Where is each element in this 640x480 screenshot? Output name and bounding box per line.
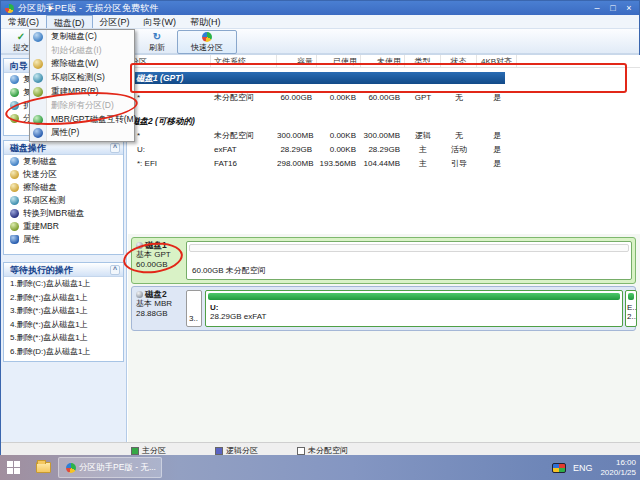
disk1-segment-label: 60.00GB 未分配空间: [192, 265, 266, 276]
sidebar-item-quick-partition[interactable]: 快速分区: [4, 168, 123, 181]
table-row-disk2-efi[interactable]: *: EFI FAT16 298.00MB 193.56MB 104.44MB …: [128, 157, 640, 170]
wipe-disk-icon: [33, 59, 43, 69]
table-row-disk2-u-drive[interactable]: U: exFAT 28.29GB 0.00KB 28.29GB 主 活动 是: [128, 143, 640, 156]
convert-to-mbr-icon: [10, 209, 19, 218]
taskbar-app-button[interactable]: 分区助手PE版 - 无...: [58, 457, 162, 478]
menu-wizard[interactable]: 向导(W): [137, 15, 184, 28]
copy-disk-icon: [33, 32, 43, 42]
menu-disk[interactable]: 磁盘(D): [46, 15, 93, 28]
col-type[interactable]: 类型: [405, 55, 441, 67]
menu-partition[interactable]: 分区(P): [93, 15, 137, 28]
disk2-u-drive-segment[interactable]: U: 28.29GB exFAT: [205, 290, 623, 327]
col-partition[interactable]: 分区: [128, 55, 211, 67]
sidebar-item-bad-sector-test[interactable]: 坏扇区检测: [4, 194, 123, 207]
collapse-icon[interactable]: ^: [110, 265, 120, 275]
pending-operation-2[interactable]: 2.删除(*:)盘从磁盘1上: [4, 291, 123, 305]
sidebar-item-copy-disk[interactable]: 复制磁盘: [4, 155, 123, 168]
disk-map-area: 磁盘1 基本 GPT 60.00GB 60.00GB 未分配空间 磁盘2 基本 …: [128, 234, 640, 442]
maximize-button[interactable]: □: [605, 1, 621, 15]
menu-item-mbr-gpt-convert[interactable]: MBR/GPT磁盘互转(M): [30, 113, 134, 127]
menu-item-properties[interactable]: 属性(P): [30, 127, 134, 141]
collapse-icon[interactable]: ^: [110, 143, 120, 153]
sidebar-item-wipe-disk[interactable]: 擦除磁盘: [4, 181, 123, 194]
copy-disk-wizard-icon: [10, 75, 19, 84]
primary-partition-strip: [628, 293, 634, 300]
pending-operation-5[interactable]: 5.删除(*:)盘从磁盘1上: [4, 331, 123, 345]
primary-partition-strip: [208, 293, 620, 300]
language-indicator[interactable]: ENG: [573, 463, 593, 473]
file-explorer-icon[interactable]: [36, 462, 51, 473]
disk2-seg3-info: 2..: [627, 312, 636, 321]
menu-general[interactable]: 常规(G): [1, 15, 46, 28]
unallocated-swatch: [297, 447, 305, 455]
quick-partition-button[interactable]: 快速分区: [177, 30, 237, 54]
menu-item-initialize-disk: 初始化磁盘(I): [30, 44, 134, 58]
disk2-bus: 基本 MBR: [136, 299, 186, 309]
disk2-group-row[interactable]: 磁盘2 (可移动的): [128, 115, 640, 128]
table-row-disk2-unallocated[interactable]: * 未分配空间 300.00MB 0.00KB 300.00MB 逻辑 无 是: [128, 129, 640, 142]
pending-operation-4[interactable]: 4.删除(*:)盘从磁盘1上: [4, 318, 123, 332]
properties-icon: [10, 235, 19, 244]
logical-partition-swatch: [215, 447, 223, 455]
input-method-icon[interactable]: [552, 463, 566, 473]
sidebar-item-convert-to-mbr[interactable]: 转换到MBR磁盘: [4, 207, 123, 220]
disk1-unallocated-segment[interactable]: 60.00GB 未分配空间: [186, 241, 632, 280]
menu-item-copy-disk[interactable]: 复制磁盘(C): [30, 30, 134, 44]
table-header-row: 分区 文件系统 容量 已使用 未使用 类型 状态 4KB对齐: [128, 55, 640, 68]
sidebar-item-properties[interactable]: 属性: [4, 233, 123, 246]
col-filesystem[interactable]: 文件系统: [211, 55, 277, 67]
pending-operation-6[interactable]: 6.删除(D:)盘从磁盘1上: [4, 345, 123, 359]
clock[interactable]: 16:00 2020/1/25: [600, 458, 636, 477]
partition-recovery-wizard-icon: [10, 114, 19, 123]
disk1-panel[interactable]: 磁盘1 基本 GPT 60.00GB 60.00GB 未分配空间: [131, 237, 636, 284]
disk2-seg2-drive: U:: [210, 303, 218, 312]
pending-operation-3[interactable]: 3.删除(*:)盘从磁盘1上: [4, 304, 123, 318]
disk1-size: 60.00GB: [136, 260, 186, 270]
menu-item-wipe-disk[interactable]: 擦除磁盘(W): [30, 58, 134, 72]
extend-partition-wizard-icon: [10, 101, 19, 110]
app-window: 分区助手PE版 - 无损分区免费软件 ▲ – □ × 常规(G) 磁盘(D) 分…: [0, 0, 640, 455]
disk1-group-row-selected[interactable]: 磁盘1 (GPT): [133, 72, 505, 84]
minimize-button[interactable]: –: [589, 1, 605, 15]
disk2-panel[interactable]: 磁盘2 基本 MBR 28.88GB 3.. U: 28.29GB exFAT …: [131, 286, 636, 331]
start-button[interactable]: [7, 461, 20, 474]
disk2-size: 28.88GB: [136, 309, 186, 319]
close-button[interactable]: ×: [621, 1, 637, 15]
refresh-button[interactable]: ↻ 刷新: [141, 30, 173, 54]
sidebar-item-rebuild-mbr[interactable]: 重建MBR: [4, 220, 123, 233]
col-unused[interactable]: 未使用: [361, 55, 405, 67]
disk-icon: [136, 242, 143, 249]
disk2-efi-segment[interactable]: E.. 2..: [625, 290, 637, 327]
disk2-seg2-info: 28.29GB exFAT: [210, 312, 266, 321]
disk1-name: 磁盘1: [145, 240, 167, 250]
copy-partition-wizard-icon: [10, 88, 19, 97]
table-row-disk1-unallocated[interactable]: * 未分配空间 60.00GB 0.00KB 60.00GB GPT 无 是: [128, 91, 640, 104]
copy-disk-icon: [10, 157, 19, 166]
properties-icon: [33, 128, 43, 138]
menu-help[interactable]: 帮助(H): [183, 15, 228, 28]
taskbar: 分区助手PE版 - 无... ENG 16:00 2020/1/25: [0, 455, 640, 480]
col-status[interactable]: 状态: [441, 55, 477, 67]
date: 2020/1/25: [600, 468, 636, 478]
pending-operation-1[interactable]: 1.删除(C:)盘从磁盘1上: [4, 277, 123, 291]
col-4k-aligned[interactable]: 4KB对齐: [477, 55, 517, 67]
menu-item-delete-all-partitions: 删除所有分区(D): [30, 99, 134, 113]
app-logo-icon: [66, 463, 76, 473]
col-used[interactable]: 已使用: [317, 55, 361, 67]
disk2-name: 磁盘2: [145, 289, 167, 299]
menu-item-rebuild-mbr[interactable]: 重建MBR(R): [30, 85, 134, 99]
disk1-bus: 基本 GPT: [136, 250, 186, 260]
refresh-icon: ↻: [153, 32, 161, 42]
col-capacity[interactable]: 容量: [277, 55, 317, 67]
pending-operations-section: 等待执行的操作 ^ 1.删除(C:)盘从磁盘1上 2.删除(*:)盘从磁盘1上 …: [3, 262, 124, 362]
bad-sector-test-icon: [10, 196, 19, 205]
partition-table: 分区 文件系统 容量 已使用 未使用 类型 状态 4KB对齐 磁盘1 (GPT)…: [128, 55, 640, 234]
disk-ops-section-title: 磁盘操作: [10, 143, 46, 153]
menu-item-bad-sector-test[interactable]: 坏扇区检测(S): [30, 71, 134, 85]
app-logo-icon: [5, 4, 14, 13]
window-title: 分区助手PE版 - 无损分区免费软件: [18, 2, 159, 15]
mbr-gpt-convert-icon: [33, 115, 43, 125]
bad-sector-test-icon: [33, 73, 43, 83]
rebuild-mbr-icon: [10, 222, 19, 231]
disk2-unallocated-segment[interactable]: 3..: [186, 290, 202, 327]
